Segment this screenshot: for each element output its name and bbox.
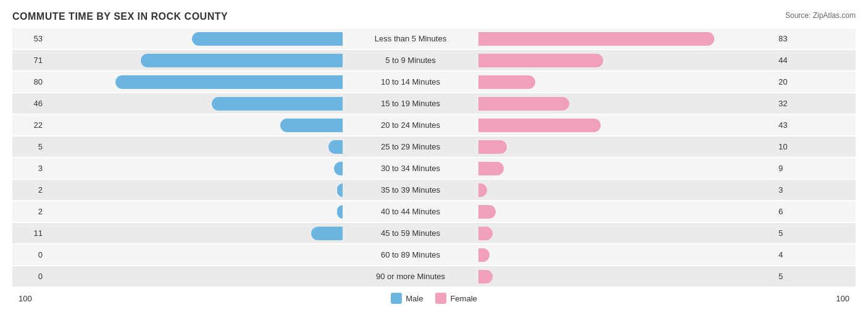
male-label: Male (406, 294, 423, 303)
female-value: 9 (775, 164, 809, 173)
female-bar (478, 54, 603, 67)
table-row: 2 40 to 44 Minutes 6 (12, 201, 856, 222)
female-bar-container (478, 119, 775, 132)
row-label: 45 to 59 Minutes (343, 229, 478, 238)
male-bar-container (46, 140, 343, 154)
chart-title: COMMUTE TIME BY SEX IN ROCK COUNTY (12, 11, 856, 22)
legend-row: 100 Male Female 100 (12, 293, 856, 304)
row-label: 10 to 14 Minutes (343, 77, 478, 86)
female-value: 6 (775, 207, 809, 216)
female-bar (478, 119, 601, 132)
row-label: 5 to 9 Minutes (343, 56, 478, 65)
female-bar (478, 248, 490, 262)
table-row: 46 15 to 19 Minutes 32 (12, 93, 856, 114)
male-bar-container (46, 54, 343, 67)
table-row: 71 5 to 9 Minutes 44 (12, 50, 856, 70)
female-bar-container (478, 162, 775, 175)
female-value: 83 (775, 34, 809, 43)
male-value: 22 (12, 120, 46, 130)
row-label: 40 to 44 Minutes (343, 207, 478, 216)
row-label: 60 to 89 Minutes (343, 250, 478, 259)
female-bar (478, 162, 504, 175)
table-row: 5 25 to 29 Minutes 10 (12, 136, 856, 157)
female-bar (478, 227, 493, 240)
row-label: 15 to 19 Minutes (343, 99, 478, 108)
female-value: 32 (775, 99, 809, 108)
female-value: 4 (775, 250, 809, 259)
table-row: 11 45 to 59 Minutes 5 (12, 223, 856, 243)
male-value: 5 (12, 142, 46, 151)
female-bar (478, 183, 487, 197)
male-bar (192, 32, 343, 46)
row-label: 20 to 24 Minutes (343, 120, 478, 130)
legend-center: Male Female (391, 293, 477, 304)
female-bar-container (478, 140, 775, 154)
male-value: 80 (12, 77, 46, 86)
male-value: 53 (12, 34, 46, 43)
female-value: 5 (775, 229, 809, 238)
female-bar-container (478, 32, 775, 46)
male-value: 3 (12, 164, 46, 173)
male-bar-container (46, 227, 343, 240)
row-label: 90 or more Minutes (343, 272, 478, 281)
row-label: 30 to 34 Minutes (343, 164, 478, 173)
row-label: 35 to 39 Minutes (343, 185, 478, 195)
male-value: 46 (12, 99, 46, 108)
bars-area: 53 Less than 5 Minutes 83 71 5 to 9 Minu… (12, 28, 856, 287)
female-bar (478, 205, 496, 219)
female-value: 3 (775, 185, 809, 195)
male-bar (337, 183, 343, 197)
female-value: 10 (775, 142, 809, 151)
legend-female: Female (435, 293, 477, 304)
female-value: 44 (775, 56, 809, 65)
male-value: 0 (12, 272, 46, 281)
male-bar-container (46, 162, 343, 175)
axis-right-label: 100 (836, 294, 849, 303)
male-bar-container (46, 32, 343, 46)
female-value: 5 (775, 272, 809, 281)
female-value: 20 (775, 77, 809, 86)
male-bar-container (46, 248, 343, 262)
female-bar (478, 97, 569, 111)
male-value: 11 (12, 229, 46, 238)
male-value: 2 (12, 185, 46, 195)
male-color-box (391, 293, 402, 304)
table-row: 2 35 to 39 Minutes 3 (12, 180, 856, 200)
female-bar-container (478, 205, 775, 219)
row-label: 25 to 29 Minutes (343, 142, 478, 151)
female-value: 43 (775, 120, 809, 130)
female-bar-container (478, 248, 775, 262)
male-bar (212, 97, 343, 111)
axis-left-label: 100 (19, 294, 32, 303)
female-bar-container (478, 75, 775, 89)
male-bar (334, 162, 343, 175)
male-bar-container (46, 119, 343, 132)
male-bar-container (46, 270, 343, 283)
legend-male: Male (391, 293, 423, 304)
male-bar (141, 54, 343, 67)
male-value: 2 (12, 207, 46, 216)
table-row: 0 60 to 89 Minutes 4 (12, 245, 856, 265)
source-text: Source: ZipAtlas.com (785, 11, 856, 20)
table-row: 53 Less than 5 Minutes 83 (12, 28, 856, 49)
male-bar-container (46, 97, 343, 111)
female-bar (478, 32, 714, 46)
chart-container: COMMUTE TIME BY SEX IN ROCK COUNTY Sourc… (0, 0, 868, 323)
male-bar-container (46, 205, 343, 219)
female-bar-container (478, 227, 775, 240)
table-row: 0 90 or more Minutes 5 (12, 266, 856, 287)
female-bar-container (478, 270, 775, 283)
male-bar (115, 75, 343, 89)
male-bar-container (46, 183, 343, 197)
male-bar (311, 227, 343, 240)
female-bar (478, 270, 493, 283)
table-row: 80 10 to 14 Minutes 20 (12, 72, 856, 92)
female-label: Female (450, 294, 477, 303)
male-bar (328, 140, 343, 154)
male-value: 0 (12, 250, 46, 259)
male-bar-container (46, 75, 343, 89)
female-bar (478, 75, 535, 89)
table-row: 22 20 to 24 Minutes 43 (12, 115, 856, 135)
female-bar-container (478, 97, 775, 111)
table-row: 3 30 to 34 Minutes 9 (12, 158, 856, 178)
